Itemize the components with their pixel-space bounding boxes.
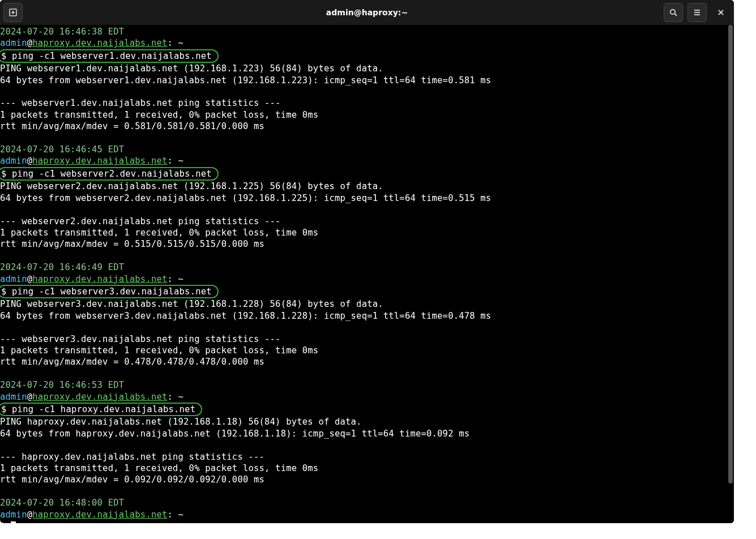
prompt-user: admin <box>0 156 27 166</box>
output-line <box>0 322 734 333</box>
prompt-at: @ <box>27 38 33 48</box>
prompt-suffix: : ~ <box>168 38 184 48</box>
terminal-output[interactable]: 2024-07-20 16:46:38 EDTadmin@haproxy.dev… <box>0 25 734 523</box>
menu-button[interactable] <box>687 3 707 22</box>
prompt-host: haproxy.dev.naijalabs.net <box>32 510 167 520</box>
prompt-user: admin <box>0 392 27 402</box>
prompt-symbol: $ <box>1 286 12 297</box>
close-icon <box>717 8 725 16</box>
timestamp: 2024-07-20 16:46:38 EDT <box>0 27 124 37</box>
prompt-at: @ <box>27 392 33 402</box>
command-text: ping -c1 haproxy.dev.naijalabs.net <box>12 404 195 414</box>
command-highlight: $ ping -c1 webserver2.dev.naijalabs.net <box>0 167 219 181</box>
prompt-suffix: : ~ <box>168 392 184 402</box>
output-line: rtt min/avg/max/mdev = 0.515/0.515/0.515… <box>0 238 734 250</box>
window-title: admin@haproxy:~ <box>326 8 408 17</box>
timestamp: 2024-07-20 16:46:53 EDT <box>0 380 124 390</box>
new-tab-button[interactable] <box>3 3 23 22</box>
output-line: 1 packets transmitted, 1 received, 0% pa… <box>0 109 734 121</box>
prompt-host: haproxy.dev.naijalabs.net <box>32 392 167 402</box>
cursor <box>11 521 16 523</box>
prompt-at: @ <box>27 274 33 284</box>
search-icon <box>669 8 678 17</box>
prompt-suffix: : ~ <box>168 156 184 166</box>
prompt-symbol: $ <box>1 404 12 414</box>
output-line: --- webserver2.dev.naijalabs.net ping st… <box>0 216 734 227</box>
output-line: --- webserver1.dev.naijalabs.net ping st… <box>0 97 734 109</box>
output-line: 64 bytes from haproxy.dev.naijalabs.net … <box>0 428 734 439</box>
output-line: --- webserver3.dev.naijalabs.net ping st… <box>0 333 734 345</box>
command-text: ping -c1 webserver2.dev.naijalabs.net <box>12 169 212 179</box>
command-text: ping -c1 webserver1.dev.naijalabs.net <box>12 51 212 61</box>
prompt-user: admin <box>0 274 27 284</box>
output-line: PING webserver1.dev.naijalabs.net (192.1… <box>0 63 734 74</box>
scrollbar[interactable] <box>727 25 734 523</box>
new-tab-icon <box>8 8 18 17</box>
prompt-user: admin <box>0 38 27 48</box>
prompt-host: haproxy.dev.naijalabs.net <box>32 274 167 284</box>
timestamp: 2024-07-20 16:46:49 EDT <box>0 262 124 272</box>
timestamp: 2024-07-20 16:48:00 EDT <box>0 498 124 508</box>
output-line: 1 packets transmitted, 1 received, 0% pa… <box>0 463 734 474</box>
svg-point-3 <box>670 10 675 14</box>
output-line <box>0 86 734 97</box>
search-button[interactable] <box>664 3 683 22</box>
prompt-user: admin <box>0 510 27 520</box>
timestamp: 2024-07-20 16:46:45 EDT <box>0 144 124 155</box>
prompt-at: @ <box>27 510 33 520</box>
prompt-symbol: $ <box>0 521 11 523</box>
output-line <box>0 439 734 451</box>
command-text: ping -c1 webserver3.dev.naijalabs.net <box>12 286 212 297</box>
output-line: PING webserver2.dev.naijalabs.net (192.1… <box>0 181 734 192</box>
scrollbar-thumb[interactable] <box>728 25 733 484</box>
prompt-suffix: : ~ <box>168 274 184 284</box>
prompt-host: haproxy.dev.naijalabs.net <box>32 38 167 48</box>
terminal-window: admin@haproxy:~ <box>0 0 734 523</box>
prompt-at: @ <box>27 156 33 166</box>
titlebar: admin@haproxy:~ <box>0 0 734 25</box>
output-line: 1 packets transmitted, 1 received, 0% pa… <box>0 227 734 238</box>
output-line: 64 bytes from webserver2.dev.naijalabs.n… <box>0 192 734 204</box>
output-line: rtt min/avg/max/mdev = 0.478/0.478/0.478… <box>0 356 734 367</box>
command-highlight: $ ping -c1 webserver1.dev.naijalabs.net <box>0 49 219 63</box>
output-line: rtt min/avg/max/mdev = 0.581/0.581/0.581… <box>0 121 734 132</box>
output-line: PING haproxy.dev.naijalabs.net (192.168.… <box>0 416 734 427</box>
prompt-symbol: $ <box>1 169 12 179</box>
prompt-symbol: $ <box>1 51 12 61</box>
command-highlight: $ ping -c1 webserver3.dev.naijalabs.net <box>0 285 219 298</box>
hamburger-icon <box>693 8 702 17</box>
output-line: 1 packets transmitted, 1 received, 0% pa… <box>0 345 734 356</box>
output-line: rtt min/avg/max/mdev = 0.092/0.092/0.092… <box>0 474 734 485</box>
output-line: 64 bytes from webserver3.dev.naijalabs.n… <box>0 310 734 322</box>
prompt-suffix: : ~ <box>168 510 184 520</box>
svg-line-4 <box>674 14 677 16</box>
output-line <box>0 204 734 215</box>
output-line: 64 bytes from webserver1.dev.naijalabs.n… <box>0 75 734 86</box>
close-button[interactable] <box>711 3 731 22</box>
prompt-host: haproxy.dev.naijalabs.net <box>32 156 167 166</box>
command-highlight: $ ping -c1 haproxy.dev.naijalabs.net <box>0 403 202 416</box>
output-line: PING webserver3.dev.naijalabs.net (192.1… <box>0 298 734 310</box>
output-line: --- haproxy.dev.naijalabs.net ping stati… <box>0 451 734 463</box>
